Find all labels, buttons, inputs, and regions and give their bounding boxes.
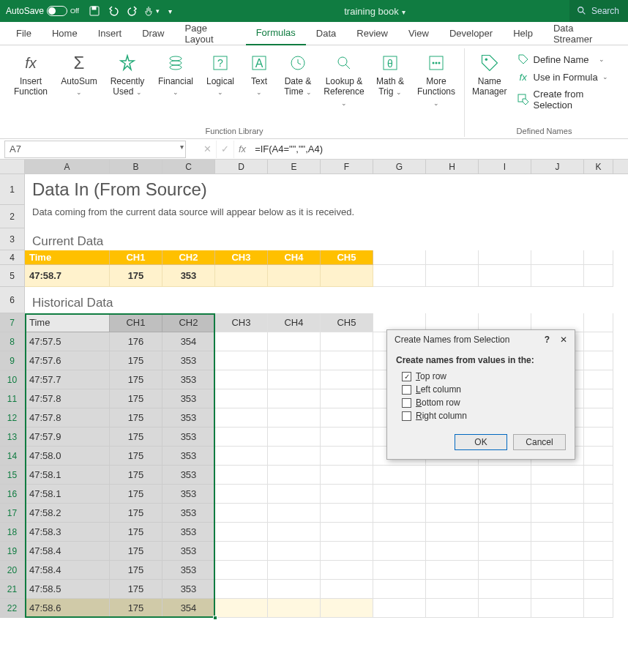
col-header-B[interactable]: B [110,160,162,173]
help-icon[interactable]: ? [545,335,550,345]
undo-icon[interactable] [104,0,123,22]
hist-cell[interactable]: 47:58.3 [25,523,110,542]
row-header-5[interactable]: 5 [0,265,25,287]
row-header-4[interactable]: 4 [0,250,25,265]
hist-cell[interactable]: 354 [162,332,215,351]
col-header-A[interactable]: A [25,160,110,173]
row-header-7[interactable]: 7 [0,313,25,332]
row-header-14[interactable]: 14 [0,447,25,466]
date-time-button[interactable]: Date &Time ⌄ [280,48,316,100]
more-functions-button[interactable]: MoreFunctions ⌄ [413,48,460,111]
header-ch3[interactable]: CH3 [215,250,268,265]
hist-cell[interactable]: 175 [110,351,162,370]
hist-cell[interactable]: 175 [110,466,162,485]
hist-cell[interactable]: 175 [110,485,162,504]
hist-cell[interactable]: 353 [162,561,215,580]
hist-cell[interactable]: 47:57.7 [25,370,110,389]
ok-button[interactable]: OK [455,434,507,450]
customize-qat-icon[interactable]: ▾ [161,0,180,22]
hist-header-ch1[interactable]: CH1 [110,313,162,332]
header-ch2[interactable]: CH2 [162,250,215,265]
hist-cell[interactable]: 175 [110,580,162,599]
header-ch4[interactable]: CH4 [268,250,321,265]
tab-file[interactable]: File [6,22,42,45]
row-header-3[interactable]: 3 [0,228,25,250]
col-header-F[interactable]: F [321,160,373,173]
hist-cell[interactable]: 175 [110,447,162,466]
current-ch2[interactable]: 353 [162,265,215,287]
hist-cell[interactable]: 353 [162,447,215,466]
hist-cell[interactable]: 47:58.5 [25,580,110,599]
row-header-11[interactable]: 11 [0,389,25,408]
row-header-2[interactable]: 2 [0,205,25,228]
row-header-18[interactable]: 18 [0,523,25,542]
col-header-C[interactable]: C [162,160,215,173]
math-trig-button[interactable]: θ Math &Trig ⌄ [372,48,408,100]
select-all-corner[interactable] [0,160,25,173]
row-header-6[interactable]: 6 [0,287,25,313]
autosum-button[interactable]: Σ AutoSum⌄ [57,48,101,100]
tab-view[interactable]: View [398,22,439,45]
hist-cell[interactable]: 175 [110,561,162,580]
row-header-20[interactable]: 20 [0,561,25,580]
hist-cell[interactable]: 353 [162,580,215,599]
hist-cell[interactable]: 353 [162,542,215,561]
tab-review[interactable]: Review [346,22,398,45]
hist-cell[interactable]: 353 [162,466,215,485]
hist-cell[interactable]: 175 [110,504,162,523]
redo-icon[interactable] [123,0,142,22]
hist-cell[interactable]: 47:57.8 [25,408,110,428]
row-header-15[interactable]: 15 [0,466,25,485]
hist-cell[interactable]: 353 [162,370,215,389]
text-button[interactable]: A Text⌄ [243,48,275,100]
col-header-K[interactable]: K [584,160,613,173]
name-box[interactable]: A7 ▾ [4,141,186,158]
fx-button-icon[interactable]: fx [234,143,250,154]
insert-function-button[interactable]: fx InsertFunction [9,48,53,100]
hist-cell[interactable]: 47:57.5 [25,332,110,351]
cancel-formula-icon[interactable]: ✕ [199,141,217,158]
hist-cell[interactable]: 354 [162,599,215,618]
tab-home[interactable]: Home [42,22,88,45]
use-in-formula-button[interactable]: fx Use in Formula ⌄ [515,69,619,85]
hist-cell[interactable]: 47:57.8 [25,389,110,408]
define-name-button[interactable]: Define Name ⌄ [515,51,619,67]
checkbox-right-column[interactable]: Right column [396,411,566,421]
row-header-8[interactable]: 8 [0,332,25,351]
hist-cell[interactable]: 175 [110,408,162,428]
row-header-19[interactable]: 19 [0,542,25,561]
touch-mode-icon[interactable]: ▾ [142,0,161,22]
col-header-J[interactable]: J [531,160,584,173]
checkbox-bottom-row[interactable]: Bottom row [396,397,566,408]
hist-cell[interactable]: 353 [162,485,215,504]
row-header-9[interactable]: 9 [0,351,25,370]
hist-cell[interactable]: 47:58.1 [25,485,110,504]
create-from-selection-button[interactable]: Create from Selection [515,86,619,113]
hist-header-time[interactable]: Time [25,313,110,332]
autosave-toggle[interactable]: AutoSave Off [0,6,85,16]
row-header-1[interactable]: 1 [0,174,25,205]
hist-cell[interactable]: 353 [162,523,215,542]
selection-handle[interactable] [213,616,217,620]
hist-cell[interactable]: 175 [110,599,162,618]
name-manager-button[interactable]: NameManager [469,48,510,100]
row-header-21[interactable]: 21 [0,580,25,599]
hist-cell[interactable]: 47:58.1 [25,466,110,485]
col-header-H[interactable]: H [426,160,479,173]
row-header-22[interactable]: 22 [0,599,25,618]
current-time[interactable]: 47:58.7 [25,265,110,287]
tab-insert[interactable]: Insert [88,22,132,45]
tab-draw[interactable]: Draw [132,22,174,45]
hist-cell[interactable]: 175 [110,542,162,561]
hist-cell[interactable]: 175 [110,389,162,408]
tab-data-streamer[interactable]: Data Streamer [543,22,622,45]
hist-cell[interactable]: 47:58.4 [25,561,110,580]
lookup-reference-button[interactable]: Lookup &Reference ⌄ [321,48,367,111]
tab-developer[interactable]: Developer [439,22,503,45]
tab-formulas[interactable]: Formulas [246,22,306,45]
row-header-12[interactable]: 12 [0,408,25,428]
financial-button[interactable]: Financial⌄ [154,48,198,100]
col-header-I[interactable]: I [479,160,531,173]
col-header-D[interactable]: D [215,160,268,173]
search-box[interactable]: Search [569,0,628,22]
